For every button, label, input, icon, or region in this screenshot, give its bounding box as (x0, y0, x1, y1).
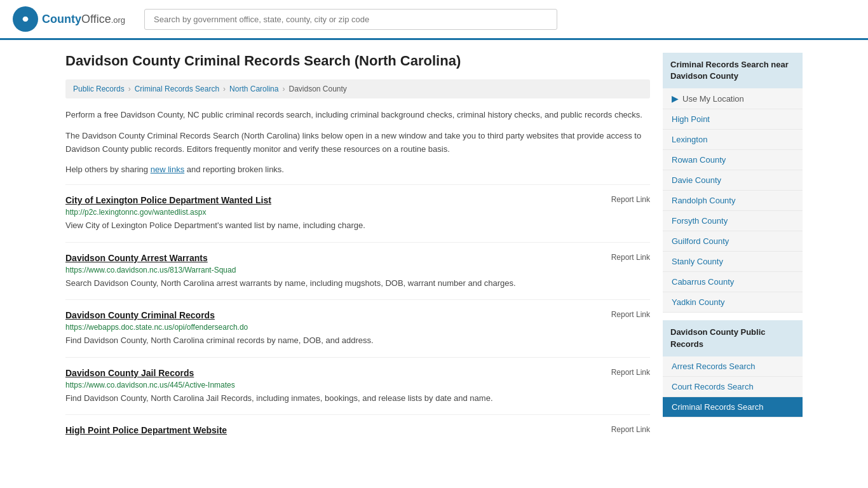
result-desc: Search Davidson County, North Carolina a… (65, 277, 650, 290)
breadcrumb-criminal-records-search[interactable]: Criminal Records Search (135, 85, 219, 93)
sidebar-item-court-records[interactable]: Court Records Search (663, 377, 803, 397)
result-item: Davidson County Criminal Records Report … (65, 299, 650, 357)
result-title[interactable]: City of Lexington Police Department Want… (65, 195, 271, 205)
page-title: Davidson County Criminal Records Search … (65, 53, 650, 69)
desc-para-1: Perform a free Davidson County, NC publi… (65, 109, 650, 122)
sidebar-item-arrest-records[interactable]: Arrest Records Search (663, 356, 803, 377)
result-title[interactable]: Davidson County Criminal Records (65, 310, 215, 320)
report-link[interactable]: Report Link (611, 368, 650, 377)
desc-para-3: Help others by sharing new links and rep… (65, 163, 650, 177)
sidebar-item-yadkin-county[interactable]: Yadkin County (663, 292, 803, 313)
report-link[interactable]: Report Link (611, 195, 650, 204)
report-link[interactable]: Report Link (611, 253, 650, 262)
result-url[interactable]: https://www.co.davidson.nc.us/813/Warran… (65, 266, 650, 274)
result-url[interactable]: http://p2c.lexingtonnc.gov/wantedlist.as… (65, 208, 650, 217)
sidebar-item-high-point[interactable]: High Point (663, 109, 803, 130)
new-links-link[interactable]: new links (151, 165, 184, 174)
result-desc: Find Davidson County, North Carolina cri… (65, 334, 650, 347)
desc-para-2: The Davidson County Criminal Records Sea… (65, 130, 650, 156)
result-item: City of Lexington Police Department Want… (65, 184, 650, 242)
svg-point-1 (23, 17, 28, 22)
breadcrumb-public-records[interactable]: Public Records (73, 85, 125, 93)
search-input[interactable] (144, 9, 557, 30)
result-item: High Point Police Department Website Rep… (65, 414, 650, 448)
result-url[interactable]: https://www.co.davidson.nc.us/445/Active… (65, 381, 650, 390)
breadcrumb-current: Davidson County (288, 85, 346, 93)
result-title[interactable]: High Point Police Department Website (65, 425, 227, 435)
result-title[interactable]: Davidson County Jail Records (65, 368, 194, 378)
sidebar-item-cabarrus-county[interactable]: Cabarrus County (663, 272, 803, 292)
sidebar-item-rowan-county[interactable]: Rowan County (663, 150, 803, 170)
logo-text: CountyOffice.org (42, 13, 125, 26)
sidebar-section-header: Criminal Records Search near Davidson Co… (663, 53, 803, 88)
sidebar-section2-header: Davidson County Public Records (663, 320, 803, 356)
sidebar-item-criminal-records[interactable]: Criminal Records Search (663, 397, 803, 417)
use-my-location[interactable]: ▶ Use My Location (663, 88, 803, 109)
sidebar-item-davie-county[interactable]: Davie County (663, 170, 803, 191)
breadcrumb: Public Records › Criminal Records Search… (65, 79, 650, 98)
sidebar-section-public-records: Davidson County Public Records Arrest Re… (663, 320, 803, 417)
sidebar-item-guilford-county[interactable]: Guilford County (663, 231, 803, 252)
search-bar[interactable] (144, 9, 557, 30)
logo-icon (13, 6, 38, 32)
sidebar-item-lexington[interactable]: Lexington (663, 130, 803, 150)
result-title[interactable]: Davidson County Arrest Warrants (65, 253, 208, 263)
breadcrumb-north-carolina[interactable]: North Carolina (229, 85, 278, 93)
sidebar-item-stanly-county[interactable]: Stanly County (663, 252, 803, 272)
use-location-label: Use My Location (682, 94, 744, 104)
result-desc: Find Davidson County, North Carolina Jai… (65, 392, 650, 405)
report-link[interactable]: Report Link (611, 310, 650, 319)
sidebar: Criminal Records Search near Davidson Co… (663, 53, 803, 448)
result-item: Davidson County Jail Records Report Link… (65, 357, 650, 415)
sidebar-section-nearby: Criminal Records Search near Davidson Co… (663, 53, 803, 313)
location-icon: ▶ (672, 93, 679, 104)
sidebar-item-randolph-county[interactable]: Randolph County (663, 191, 803, 211)
report-link[interactable]: Report Link (611, 425, 650, 434)
logo[interactable]: CountyOffice.org (13, 6, 125, 32)
sidebar-item-forsyth-county[interactable]: Forsyth County (663, 211, 803, 231)
results-list: City of Lexington Police Department Want… (65, 184, 650, 448)
result-url[interactable]: https://webapps.doc.state.nc.us/opi/offe… (65, 323, 650, 332)
result-item: Davidson County Arrest Warrants Report L… (65, 242, 650, 300)
result-desc: View City of Lexington Police Department… (65, 219, 650, 232)
